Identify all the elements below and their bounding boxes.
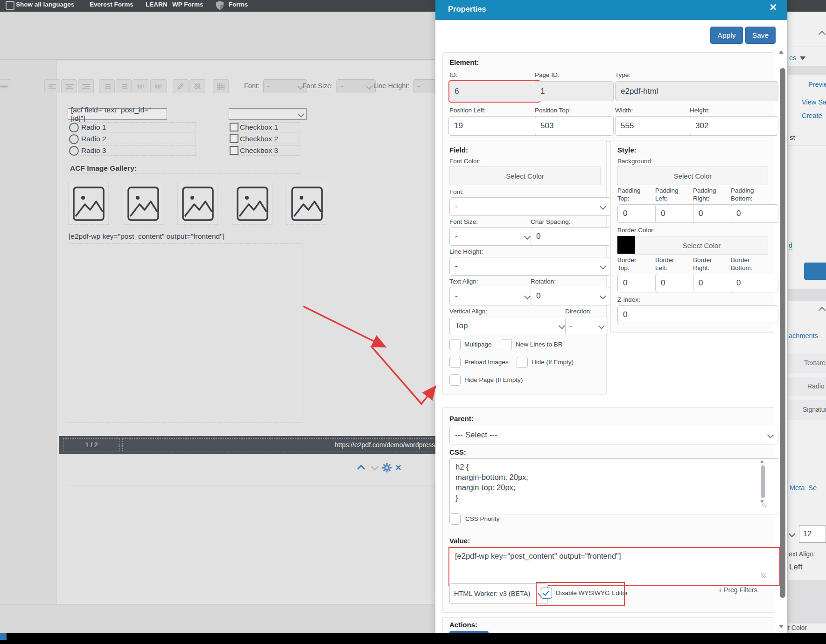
- border-right-input[interactable]: 0: [693, 274, 736, 292]
- delete-element-icon[interactable]: ×: [395, 464, 401, 472]
- type-input[interactable]: e2pdf-html: [615, 81, 778, 101]
- collapse-chevron-icon[interactable]: [819, 307, 826, 314]
- new-lines-checkbox[interactable]: [501, 339, 512, 350]
- preload-images-checkbox[interactable]: [449, 357, 461, 368]
- link-button[interactable]: [173, 79, 189, 93]
- save-button[interactable]: Save: [745, 27, 776, 44]
- parent-select[interactable]: --- Select ---: [449, 426, 778, 444]
- scrollbar-up-arrow[interactable]: [779, 50, 784, 54]
- gallery-image-5[interactable]: [287, 183, 327, 225]
- border-left-input[interactable]: 0: [655, 274, 698, 292]
- gear-icon[interactable]: [382, 463, 392, 473]
- css-textarea[interactable]: h2 { margin-bottom: 20px; margin-top: 20…: [449, 458, 779, 514]
- radio-3-element[interactable]: [69, 146, 79, 156]
- background-select-button[interactable]: Select Color: [617, 166, 768, 185]
- table-button[interactable]: [213, 79, 229, 93]
- css-scroll-up-icon[interactable]: [761, 460, 764, 463]
- field-font-label: Font:: [449, 188, 464, 195]
- font-color-select-button[interactable]: Select Color: [449, 166, 601, 185]
- page-indicator[interactable]: 1 / 2: [63, 438, 120, 451]
- adminbar-item-learn[interactable]: LEARN: [146, 1, 168, 8]
- text-align-select[interactable]: -: [449, 287, 535, 305]
- page-url-field[interactable]: https://e2pdf.com/demo/wordpress: [122, 438, 439, 451]
- hide-page-checkbox[interactable]: [449, 374, 461, 386]
- strikethrough-button[interactable]: ABC: [0, 79, 11, 93]
- align-right-button[interactable]: [78, 79, 94, 93]
- close-icon[interactable]: ×: [770, 0, 777, 14]
- palette-item-radio[interactable]: Radio: [807, 382, 825, 390]
- css-resize-handle[interactable]: [762, 502, 767, 507]
- apply-button[interactable]: Apply: [710, 27, 743, 44]
- field-font-select[interactable]: -: [449, 197, 611, 216]
- create-link[interactable]: Create: [802, 112, 822, 119]
- pdf-page-2-area[interactable]: [68, 485, 434, 593]
- z-index-input[interactable]: 0: [617, 305, 778, 324]
- width-input[interactable]: 555: [615, 116, 693, 136]
- css-priority-checkbox[interactable]: [449, 513, 461, 525]
- unlink-button[interactable]: [189, 79, 205, 93]
- disable-wysiwyg-checkbox[interactable]: [541, 588, 552, 599]
- palette-item-signature[interactable]: Signature: [803, 406, 826, 413]
- padding-bottom-input[interactable]: 0: [731, 204, 778, 223]
- multipage-checkbox[interactable]: [449, 339, 461, 350]
- gallery-image-1[interactable]: [68, 183, 109, 225]
- border-color-swatch[interactable]: [617, 236, 635, 254]
- gallery-image-4[interactable]: [232, 183, 273, 225]
- select-field-element[interactable]: [229, 108, 307, 120]
- d-link[interactable]: d: [789, 242, 792, 249]
- padding-right-input[interactable]: 0: [693, 204, 736, 223]
- palette-item-textarea[interactable]: Textarea: [804, 359, 826, 367]
- page-id-label: Page ID:: [535, 71, 560, 78]
- vertical-align-select[interactable]: Top: [449, 317, 570, 335]
- value-textarea[interactable]: [e2pdf-wp key="post_content" output="fro…: [448, 547, 780, 586]
- font-select[interactable]: -: [263, 79, 307, 93]
- bullet-list-button[interactable]: [99, 79, 115, 93]
- attachments-link[interactable]: achments: [789, 332, 818, 339]
- blue-button-fragment[interactable]: [804, 263, 826, 280]
- view-sample-link[interactable]: View Sa: [802, 98, 826, 106]
- id-input[interactable]: 6: [448, 80, 541, 103]
- adminbar-item-languages[interactable]: Show all languages: [16, 1, 74, 8]
- radio-1-element[interactable]: [69, 123, 79, 132]
- modal-scrollbar[interactable]: [780, 68, 785, 598]
- size-select-fragment[interactable]: 12: [799, 525, 826, 543]
- css-scrollbar[interactable]: [761, 465, 765, 498]
- position-left-input[interactable]: 19: [448, 116, 540, 136]
- align-left-button[interactable]: [44, 79, 60, 93]
- value-resize-handle[interactable]: [761, 573, 766, 578]
- char-spacing-input[interactable]: 0: [531, 227, 611, 246]
- padding-left-input[interactable]: 0: [655, 204, 698, 223]
- border-bottom-input[interactable]: 0: [731, 274, 778, 292]
- field-line-height-select[interactable]: -: [449, 257, 611, 276]
- heading2-button[interactable]: H2: [150, 79, 167, 93]
- hide-if-empty-checkbox[interactable]: [517, 357, 528, 368]
- adminbar-item-wpforms[interactable]: WP Forms: [172, 1, 203, 8]
- field-font-size-select[interactable]: -: [449, 227, 535, 246]
- rotation-select[interactable]: 0: [531, 287, 611, 305]
- collapse-chevron-icon[interactable]: [819, 31, 826, 38]
- numbered-list-button[interactable]: [116, 79, 132, 93]
- direction-select[interactable]: -: [565, 317, 608, 335]
- acf-text-field-element[interactable]: [acf field="text" post_id="[id]"]: [68, 108, 167, 120]
- height-input[interactable]: 302: [690, 116, 778, 136]
- border-color-select-button[interactable]: Select Color: [635, 236, 768, 255]
- font-size-select[interactable]: -: [336, 79, 376, 93]
- es-dropdown[interactable]: es: [789, 54, 796, 62]
- heading1-button[interactable]: H1: [133, 79, 149, 93]
- border-top-input[interactable]: 0: [617, 274, 660, 292]
- adminbar-item-forms[interactable]: Forms: [229, 1, 248, 8]
- html-worker-select[interactable]: HTML Worker: v3 (BETA): [449, 583, 548, 604]
- radio-2-element[interactable]: [69, 134, 79, 144]
- padding-top-input[interactable]: 0: [617, 204, 660, 223]
- meta-link[interactable]: Meta Se: [790, 484, 817, 492]
- gallery-image-2[interactable]: [123, 183, 163, 225]
- html-element-area[interactable]: [68, 243, 302, 423]
- adminbar-item-everest-forms[interactable]: Everest Forms: [90, 1, 133, 8]
- scrollbar-down-arrow[interactable]: [779, 625, 784, 628]
- align-center-button[interactable]: [61, 79, 77, 93]
- position-top-input[interactable]: 503: [535, 116, 614, 136]
- preview-link[interactable]: Previe: [808, 81, 826, 88]
- preg-filters-link[interactable]: + Preg Filters: [718, 586, 757, 594]
- page-id-input[interactable]: 1: [535, 81, 614, 101]
- gallery-image-3[interactable]: [177, 183, 218, 225]
